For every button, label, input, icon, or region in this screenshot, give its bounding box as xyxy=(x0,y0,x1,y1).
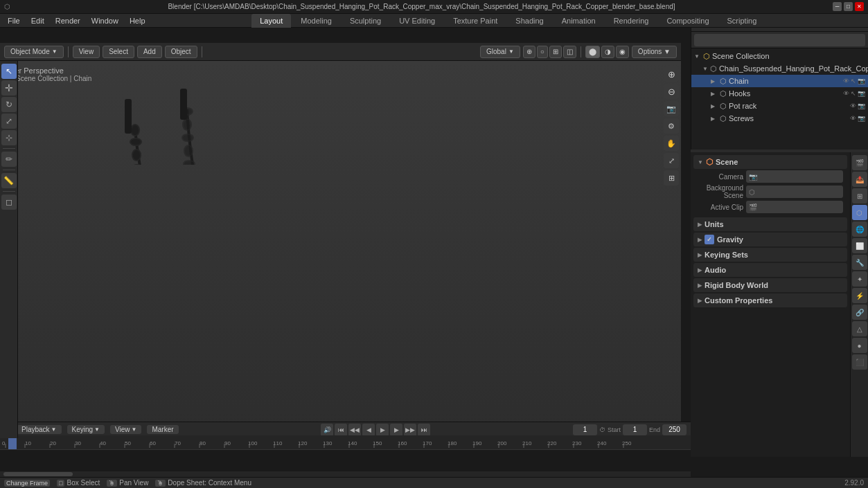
object-menu[interactable]: Object xyxy=(165,46,197,58)
ws-tab-texture-paint[interactable]: Texture Paint xyxy=(445,14,506,28)
maximize-button[interactable]: □ xyxy=(844,2,853,11)
vis-icon-render2[interactable]: 📷 xyxy=(858,90,865,97)
pan-btn[interactable]: ✋ xyxy=(664,136,679,151)
zoom-out-btn[interactable]: ⊖ xyxy=(664,84,679,99)
object-mode-dropdown[interactable]: Object Mode ▼ xyxy=(4,46,64,58)
camera-value[interactable]: 📷 xyxy=(746,170,843,183)
start-frame-input[interactable]: 1 xyxy=(623,424,647,435)
prop-tab-render[interactable]: 🎬 xyxy=(852,155,867,170)
prop-tab-texture[interactable]: ⬛ xyxy=(852,354,867,370)
bg-scene-value[interactable]: ⬡ xyxy=(746,186,843,198)
prop-tab-modifier[interactable]: 🔧 xyxy=(852,255,867,270)
prop-tab-object[interactable]: ⬜ xyxy=(852,238,867,253)
active-clip-value[interactable]: 🎬 xyxy=(746,201,843,213)
close-button[interactable]: ✕ xyxy=(855,2,864,11)
next-keyframe-btn[interactable]: ▶▶ xyxy=(404,424,416,436)
camera-view-btn[interactable]: 📷 xyxy=(664,101,679,116)
view-menu[interactable]: View xyxy=(73,46,100,58)
prop-tab-object-data[interactable]: △ xyxy=(852,321,867,336)
gravity-checkbox[interactable]: ✓ xyxy=(705,235,714,244)
prev-frame-btn[interactable]: ◀ xyxy=(362,424,375,436)
prop-tab-particles[interactable]: ✦ xyxy=(852,271,867,287)
xray-toggle[interactable]: ◫ xyxy=(563,46,576,58)
current-frame-display[interactable]: 1 xyxy=(573,424,597,435)
vis-icon-render4[interactable]: 📷 xyxy=(858,115,865,122)
keying-sets-section[interactable]: ▶ Keying Sets xyxy=(693,248,847,262)
tree-item-scene-collection[interactable]: ▼ ⬡ Scene Collection xyxy=(691,50,868,62)
keying-tab[interactable]: Keying ▼ xyxy=(67,425,105,434)
timeline-scrollbar[interactable] xyxy=(0,471,691,477)
scrollbar-thumb[interactable] xyxy=(3,472,73,476)
prop-tab-output[interactable]: 📤 xyxy=(852,172,867,187)
jump-end-btn[interactable]: ⏭ xyxy=(418,424,430,436)
select-menu[interactable]: Select xyxy=(103,46,134,58)
ws-tab-modeling[interactable]: Modeling xyxy=(292,14,340,28)
solid-mode[interactable]: ⬤ xyxy=(585,46,600,58)
vis-icon-eye3[interactable]: 👁 xyxy=(850,102,856,109)
prop-tab-scene[interactable]: ⬡ xyxy=(852,205,867,220)
menu-window[interactable]: Window xyxy=(87,16,123,26)
move-tool[interactable]: ✛ xyxy=(1,80,17,96)
jump-start-btn[interactable]: ⏮ xyxy=(335,424,347,436)
ws-tab-layout[interactable]: Layout xyxy=(251,14,291,28)
audio-section[interactable]: ▶ Audio xyxy=(693,263,847,277)
prop-tab-world[interactable]: 🌐 xyxy=(852,222,867,237)
scale-tool[interactable]: ⤢ xyxy=(1,114,17,129)
playback-tab[interactable]: Playback ▼ xyxy=(17,425,62,434)
vis-icon-render3[interactable]: 📷 xyxy=(858,102,865,109)
tree-item-chain[interactable]: ▶ ⬡ Chain 👁 ↖ 📷 xyxy=(691,75,868,87)
select-tool[interactable]: ↖ xyxy=(1,64,17,79)
tree-item-pot-rack[interactable]: ▶ ⬡ Pot rack 👁 📷 xyxy=(691,100,868,112)
ws-tab-shading[interactable]: Shading xyxy=(507,14,551,28)
ws-tab-scripting[interactable]: Scripting xyxy=(719,14,765,28)
ws-tab-rendering[interactable]: Rendering xyxy=(605,14,657,28)
options-button[interactable]: Options ▼ xyxy=(632,46,677,58)
timeline-content[interactable] xyxy=(0,450,691,477)
measure-tool[interactable]: 📏 xyxy=(1,173,17,188)
zoom-in-btn[interactable]: ⊕ xyxy=(664,66,679,82)
view-tab[interactable]: View ▼ xyxy=(110,425,141,434)
add-menu[interactable]: Add xyxy=(137,46,162,58)
outliner-search-input[interactable] xyxy=(694,34,865,46)
vis-icon-cursor[interactable]: ↖ xyxy=(851,78,856,84)
add-cube-tool[interactable]: ◻ xyxy=(1,195,17,210)
grid-view-btn[interactable]: ⊞ xyxy=(664,170,679,186)
prop-tab-material[interactable]: ● xyxy=(852,338,867,353)
annotate-tool[interactable]: ✏ xyxy=(1,152,17,167)
rotate-tool[interactable]: ↻ xyxy=(1,97,17,112)
vis-icon-eye2[interactable]: 👁 xyxy=(843,90,849,97)
menu-file[interactable]: File xyxy=(3,16,25,26)
render-mode[interactable]: ◉ xyxy=(616,46,629,58)
vis-icon-eye4[interactable]: 👁 xyxy=(850,115,856,122)
audio-sync-btn[interactable]: 🔊 xyxy=(321,424,333,436)
vis-icon-eye[interactable]: 👁 xyxy=(843,78,849,84)
prop-tab-view-layer[interactable]: ⊞ xyxy=(852,188,867,204)
prop-tab-constraints[interactable]: 🔗 xyxy=(852,305,867,320)
viewport-3d[interactable]: X Y Z User Perspective (1) Scene Collect… xyxy=(0,61,681,438)
end-frame-input[interactable]: 250 xyxy=(662,424,687,435)
overlay-toggle[interactable]: ⊞ xyxy=(549,46,562,58)
menu-render[interactable]: Render xyxy=(51,16,85,26)
ws-tab-animation[interactable]: Animation xyxy=(553,14,604,28)
tree-item-screws[interactable]: ▶ ⬡ Screws 👁 📷 xyxy=(691,112,868,125)
ws-tab-uv-editing[interactable]: UV Editing xyxy=(391,14,443,28)
rigid-body-section[interactable]: ▶ Rigid Body World xyxy=(693,278,847,292)
marker-tab[interactable]: Marker xyxy=(147,425,178,434)
play-btn[interactable]: ▶ xyxy=(376,424,389,436)
move-3d-btn[interactable]: ⤢ xyxy=(664,153,679,168)
snap-toggle[interactable]: ⊕ xyxy=(523,46,535,58)
gravity-section-header[interactable]: ▶ ✓ Gravity xyxy=(693,233,847,246)
custom-props-section[interactable]: ▶ Custom Properties xyxy=(693,293,847,307)
tree-item-main-collection[interactable]: ▼ ⬡ Chain_Suspended_Hanging_Pot_Rack_Cop… xyxy=(691,62,868,75)
ws-tab-compositing[interactable]: Compositing xyxy=(658,14,717,28)
menu-help[interactable]: Help xyxy=(125,16,150,26)
scene-section-header[interactable]: ▼ ⬡ Scene xyxy=(693,155,847,169)
transform-tool[interactable]: ⊹ xyxy=(1,130,17,145)
units-section-header[interactable]: ▶ Units xyxy=(693,217,847,231)
vis-icon-render[interactable]: 📷 xyxy=(858,78,865,84)
next-frame-btn[interactable]: ▶ xyxy=(390,424,402,436)
material-mode[interactable]: ◑ xyxy=(601,46,614,58)
vis-icon-cursor2[interactable]: ↖ xyxy=(851,90,856,97)
minimize-button[interactable]: ─ xyxy=(833,2,842,11)
ws-tab-sculpting[interactable]: Sculpting xyxy=(342,14,389,28)
